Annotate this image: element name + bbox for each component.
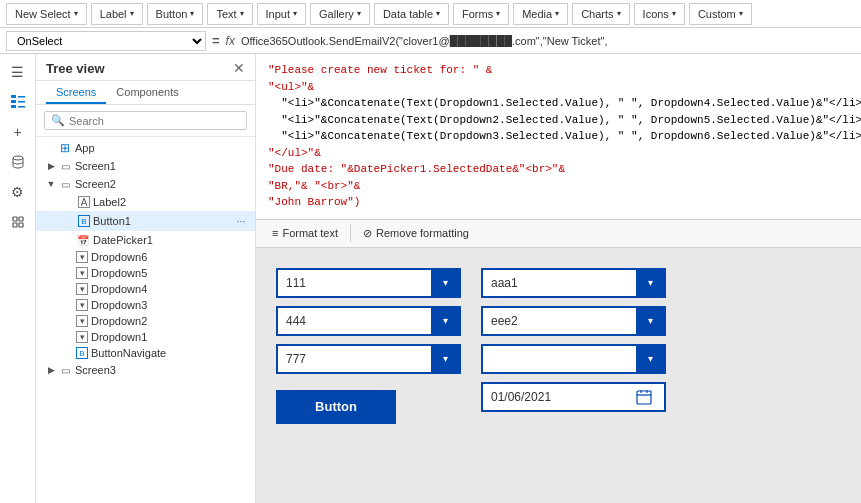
add-icon[interactable]: + <box>4 118 32 146</box>
tree-item-screen3[interactable]: ▶ ▭ Screen3 <box>36 361 255 379</box>
tab-screens[interactable]: Screens <box>46 81 106 104</box>
dropdown-arrow-icon: ▾ <box>636 269 664 297</box>
top-toolbar: New Select ▾ Label ▾ Button ▾ Text ▾ Inp… <box>0 0 861 28</box>
plugin-icon[interactable] <box>4 208 32 236</box>
toolbar-forms-label: Forms <box>462 8 493 20</box>
svg-rect-1 <box>11 100 16 103</box>
property-selector[interactable]: OnSelect <box>6 31 206 51</box>
tree-item-label: Screen3 <box>75 364 255 376</box>
search-box: 🔍 <box>44 111 247 130</box>
format-text-button[interactable]: ≡ Format text <box>264 225 346 241</box>
hamburger-icon[interactable]: ☰ <box>4 58 32 86</box>
tree-item-dropdown3[interactable]: ▾ Dropdown3 <box>36 297 255 313</box>
chevron-down-icon: ▾ <box>130 9 134 18</box>
context-menu-icon[interactable]: ··· <box>231 213 251 229</box>
tab-components[interactable]: Components <box>106 81 188 104</box>
svg-rect-0 <box>11 95 16 98</box>
button-nav-icon: B <box>76 347 88 359</box>
toolbar-data-table[interactable]: Data table ▾ <box>374 3 449 25</box>
tree-item-button-navigate[interactable]: B ButtonNavigate <box>36 345 255 361</box>
close-icon[interactable]: ✕ <box>233 60 245 76</box>
format-text-label: Format text <box>282 227 338 239</box>
toolbar-text[interactable]: Text ▾ <box>207 3 252 25</box>
tree-item-screen1[interactable]: ▶ ▭ Screen1 <box>36 157 255 175</box>
date-value: 01/06/2021 <box>491 390 551 404</box>
search-input[interactable] <box>69 115 240 127</box>
tree-view-title: Tree view <box>46 61 105 76</box>
tree-item-dropdown1[interactable]: ▾ Dropdown1 <box>36 329 255 345</box>
format-text-icon: ≡ <box>272 227 278 239</box>
tree-item-dropdown4[interactable]: ▾ Dropdown4 <box>36 281 255 297</box>
tree-item-label: Screen1 <box>75 160 255 172</box>
dropdown-empty[interactable]: ▾ <box>481 344 666 374</box>
svg-rect-9 <box>13 223 17 227</box>
svg-point-6 <box>13 156 23 160</box>
data-icon[interactable] <box>4 148 32 176</box>
toolbar-input[interactable]: Input ▾ <box>257 3 306 25</box>
toolbar-input-label: Input <box>266 8 290 20</box>
dropdown-arrow-icon: ▾ <box>636 345 664 373</box>
toolbar-gallery[interactable]: Gallery ▾ <box>310 3 370 25</box>
dropdown-aaa1[interactable]: aaa1 ▾ <box>481 268 666 298</box>
tree-view-icon[interactable] <box>4 88 32 116</box>
dropdown-icon: ▾ <box>76 331 88 343</box>
dropdown-arrow-icon: ▾ <box>636 307 664 335</box>
tree-item-dropdown6[interactable]: ▾ Dropdown6 <box>36 249 255 265</box>
left-dropdown-column: 111 ▾ 444 ▾ 777 ▾ Button <box>276 268 461 424</box>
tree-item-dropdown5[interactable]: ▾ Dropdown5 <box>36 265 255 281</box>
dropdown-111[interactable]: 111 ▾ <box>276 268 461 298</box>
toolbar-media[interactable]: Media ▾ <box>513 3 568 25</box>
button-icon: B <box>78 215 90 227</box>
expand-arrow <box>64 195 78 209</box>
toolbar-button[interactable]: Button ▾ <box>147 3 204 25</box>
dropdown-value: aaa1 <box>491 276 518 290</box>
dropdown-eee2[interactable]: eee2 ▾ <box>481 306 666 336</box>
svg-rect-5 <box>18 106 25 108</box>
expand-arrow: ▶ <box>44 159 58 173</box>
toolbar-charts[interactable]: Charts ▾ <box>572 3 629 25</box>
svg-rect-4 <box>18 101 25 103</box>
expand-arrow <box>64 214 78 228</box>
svg-rect-11 <box>637 391 651 404</box>
tree-item-label: App <box>75 142 255 154</box>
toolbar-custom-label: Custom <box>698 8 736 20</box>
canvas-area: "Please create new ticket for: " & "<ul>… <box>256 54 861 503</box>
remove-formatting-label: Remove formatting <box>376 227 469 239</box>
tree-item-screen2[interactable]: ▼ ▭ Screen2 <box>36 175 255 193</box>
toolbar-custom[interactable]: Custom ▾ <box>689 3 752 25</box>
toolbar-charts-label: Charts <box>581 8 613 20</box>
canvas-button[interactable]: Button <box>276 390 396 424</box>
toolbar-new-select[interactable]: New Select ▾ <box>6 3 87 25</box>
chevron-down-icon: ▾ <box>555 9 559 18</box>
chevron-down-icon: ▾ <box>190 9 194 18</box>
toolbar-label[interactable]: Label ▾ <box>91 3 143 25</box>
toolbar-forms[interactable]: Forms ▾ <box>453 3 509 25</box>
expand-arrow <box>44 141 58 155</box>
main-layout: ☰ + ⚙ <box>0 54 861 503</box>
tree-item-button1[interactable]: B Button1 ··· <box>36 211 255 231</box>
chevron-down-icon: ▾ <box>739 9 743 18</box>
dropdown-777[interactable]: 777 ▾ <box>276 344 461 374</box>
dropdown-444[interactable]: 444 ▾ <box>276 306 461 336</box>
tree-item-dropdown2[interactable]: ▾ Dropdown2 <box>36 313 255 329</box>
tree-item-label: Button1 <box>93 215 231 227</box>
tree-item-label2[interactable]: A Label2 <box>36 193 255 211</box>
tree-item-label: Dropdown5 <box>91 267 255 279</box>
app-icon: ⊞ <box>58 141 72 155</box>
tree-item-label: Dropdown6 <box>91 251 255 263</box>
remove-formatting-icon: ⊘ <box>363 227 372 240</box>
chevron-down-icon: ▾ <box>617 9 621 18</box>
tree-item-datepicker1[interactable]: 📅 DatePicker1 <box>36 231 255 249</box>
code-editor[interactable]: "Please create new ticket for: " & "<ul>… <box>256 54 861 220</box>
tree-item-label: Dropdown3 <box>91 299 255 311</box>
toolbar-text-label: Text <box>216 8 236 20</box>
svg-rect-10 <box>19 223 23 227</box>
remove-formatting-button[interactable]: ⊘ Remove formatting <box>355 225 477 242</box>
tree-item-app[interactable]: ⊞ App <box>36 139 255 157</box>
settings-icon[interactable]: ⚙ <box>4 178 32 206</box>
toolbar-icons[interactable]: Icons ▾ <box>634 3 685 25</box>
tree-view-header: Tree view ✕ <box>36 54 255 81</box>
formula-input[interactable] <box>241 31 855 51</box>
icon-rail: ☰ + ⚙ <box>0 54 36 503</box>
date-picker[interactable]: 01/06/2021 <box>481 382 666 412</box>
